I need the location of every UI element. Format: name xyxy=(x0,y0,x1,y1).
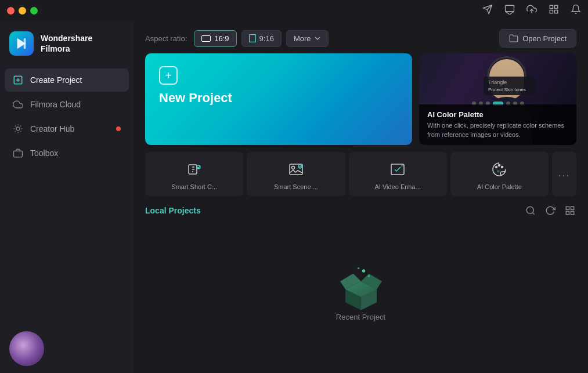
svg-rect-4 xyxy=(550,5,553,8)
panels-row: + New Project Triangle Protect S xyxy=(134,53,588,152)
sidebar-item-label: Filmora Cloud xyxy=(30,100,81,109)
ai-panel-info: AI Color Palette With one click, precise… xyxy=(419,104,576,145)
svg-point-27 xyxy=(526,207,533,213)
toolbox-icon xyxy=(13,148,23,158)
tool-ai-color-palette[interactable]: AI AI Color Palette xyxy=(450,152,549,196)
ai-card-overlay: Triangle Protect Skin tones xyxy=(484,77,536,95)
ai-card-title: Triangle xyxy=(488,79,531,85)
titlebar-actions xyxy=(482,4,581,17)
svg-point-23 xyxy=(496,166,497,168)
sidebar-item-label: Toolbox xyxy=(30,149,58,158)
quick-tools-bar: Smart Short C... Smart Scene ... xyxy=(134,152,588,204)
svg-rect-7 xyxy=(555,10,558,13)
svg-rect-2 xyxy=(506,5,514,12)
local-projects-title: Local Projects xyxy=(145,206,201,215)
creator-hub-icon xyxy=(13,124,23,134)
new-project-plus-icon: + xyxy=(159,66,178,85)
grid-icon[interactable] xyxy=(549,4,559,17)
tool-label: Smart Scene ... xyxy=(251,183,340,190)
logo-icon xyxy=(9,31,34,56)
aspect-ratio-label: Aspect ratio: xyxy=(145,34,187,43)
grid-view-button[interactable] xyxy=(564,204,576,217)
svg-point-41 xyxy=(357,267,359,270)
svg-point-19 xyxy=(291,166,294,169)
svg-rect-32 xyxy=(571,212,574,215)
toolbar-left: Aspect ratio: 16:9 9:16 More xyxy=(145,30,329,47)
smart-short-icon xyxy=(185,160,204,179)
sidebar-item-toolbox[interactable]: Toolbox xyxy=(5,142,129,165)
more-label: More xyxy=(294,34,311,43)
new-project-content: + New Project xyxy=(159,66,232,106)
svg-rect-18 xyxy=(290,164,302,175)
search-button[interactable] xyxy=(524,204,537,217)
notification-badge xyxy=(116,126,121,131)
sidebar: Wondershare Filmora Create Project Filmo… xyxy=(0,21,134,373)
tool-label: Smart Short C... xyxy=(150,183,239,190)
create-project-icon xyxy=(13,75,23,85)
svg-line-28 xyxy=(532,212,534,214)
refresh-button[interactable] xyxy=(544,204,557,217)
more-dots-icon: ··· xyxy=(558,169,570,182)
svg-point-13 xyxy=(16,127,20,131)
chevron-down-icon xyxy=(314,35,321,42)
grid-view-icon xyxy=(565,205,575,216)
local-projects-section: Local Projects xyxy=(134,204,588,373)
svg-point-40 xyxy=(367,275,370,277)
ai-feature-panel[interactable]: Triangle Protect Skin tones xyxy=(419,53,576,145)
ai-color-icon: AI xyxy=(490,160,508,179)
maximize-button[interactable] xyxy=(30,7,38,15)
empty-state-label: Recent Project xyxy=(336,313,385,321)
new-project-label: New Project xyxy=(159,90,232,106)
ai-panel-description: With one click, precisely replicate colo… xyxy=(427,121,568,139)
tool-label: AI Video Enha... xyxy=(353,183,442,190)
ai-panel-title: AI Color Palette xyxy=(427,110,568,119)
empty-box-icon xyxy=(335,260,387,313)
open-project-button[interactable]: Open Project xyxy=(499,29,576,48)
empty-state: Recent Project xyxy=(145,226,576,373)
svg-text:AI: AI xyxy=(497,169,500,173)
landscape-icon xyxy=(201,35,211,42)
sidebar-item-create-project[interactable]: Create Project xyxy=(5,68,129,92)
refresh-icon xyxy=(545,205,555,216)
upload-icon[interactable] xyxy=(526,4,537,17)
ai-enhance-icon: AI xyxy=(388,160,407,179)
tool-more[interactable]: ··· xyxy=(552,152,576,196)
aspect-16-9-label: 16:9 xyxy=(214,34,229,43)
ai-card-text: Protect Skin tones xyxy=(488,87,531,92)
tool-smart-short-clip[interactable]: Smart Short C... xyxy=(145,152,243,196)
svg-rect-5 xyxy=(555,5,558,8)
close-button[interactable] xyxy=(7,7,15,15)
minimize-button[interactable] xyxy=(19,7,26,15)
svg-point-39 xyxy=(362,269,365,272)
smart-scene-icon xyxy=(287,160,305,179)
aspect-9-16-label: 9:16 xyxy=(259,34,274,43)
tool-ai-video-enhance[interactable]: AI AI Video Enha... xyxy=(349,152,447,196)
tool-smart-scene[interactable]: Smart Scene ... xyxy=(247,152,345,196)
app-name: Wondershare Filmora xyxy=(41,33,92,54)
message-icon[interactable] xyxy=(504,4,515,17)
sidebar-item-creator-hub[interactable]: Creator Hub xyxy=(5,117,129,140)
folder-icon xyxy=(509,34,518,43)
svg-point-25 xyxy=(502,166,503,168)
user-avatar[interactable] xyxy=(9,331,44,366)
more-button[interactable]: More xyxy=(286,30,329,47)
svg-point-17 xyxy=(197,165,200,169)
new-project-panel[interactable]: + New Project xyxy=(145,53,412,145)
main-content: Aspect ratio: 16:9 9:16 More xyxy=(134,21,588,373)
send-icon[interactable] xyxy=(482,4,493,17)
svg-rect-31 xyxy=(566,212,569,215)
sidebar-item-label: Creator Hub xyxy=(30,124,74,133)
svg-rect-15 xyxy=(249,35,255,42)
aspect-9-16-button[interactable]: 9:16 xyxy=(241,30,282,47)
svg-rect-14 xyxy=(14,151,23,157)
open-project-label: Open Project xyxy=(522,34,567,43)
tool-label: AI Color Palette xyxy=(455,183,544,190)
cloud-icon xyxy=(13,99,23,110)
aspect-16-9-button[interactable]: 16:9 xyxy=(194,30,236,47)
svg-rect-9 xyxy=(24,38,26,49)
svg-point-24 xyxy=(499,165,500,166)
svg-text:AI: AI xyxy=(401,164,404,167)
bell-icon[interactable] xyxy=(571,4,581,17)
sidebar-item-label: Create Project xyxy=(30,75,82,85)
sidebar-item-filmora-cloud[interactable]: Filmora Cloud xyxy=(5,93,129,116)
